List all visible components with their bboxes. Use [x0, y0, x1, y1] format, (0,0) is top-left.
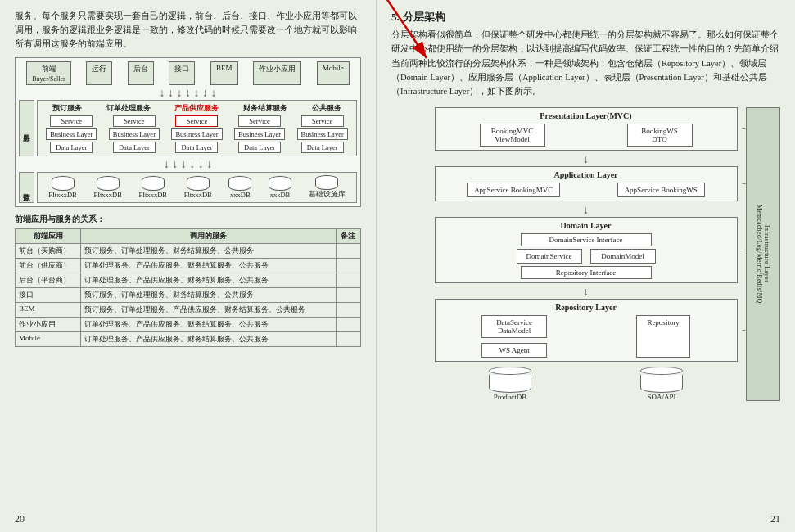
- application-title: Application Layer: [440, 170, 732, 179]
- table-row: BEM预订服务、订单处理服务、产品供应服务、财务结算服务、公共服务: [16, 303, 361, 318]
- db-layer: 数据库 FItxxxDB FItxxxDB FItxxxDB FltxxxDB: [19, 172, 357, 203]
- infra-layer-label: Infrastructure LayerMemcached/Log/Metric…: [746, 107, 780, 401]
- arrow-app-domain: ↓: [435, 205, 738, 216]
- db-cyl-2: [97, 176, 120, 191]
- table-row: Mobile订单处理服务、产品供应服务、财务结算服务、公共服务: [16, 332, 361, 347]
- section-title: 分层架构: [403, 10, 445, 25]
- service-items-row: Service Business Layer Data Layer Servic…: [40, 115, 354, 153]
- domain-service-box: DomainService: [517, 249, 582, 264]
- arrow-down-1: ↓ ↓ ↓ ↓ ↓ ↓ ↓: [19, 88, 357, 99]
- table-title: 前端应用与服务的关系：: [15, 214, 361, 225]
- db-cyl-6: [269, 176, 291, 191]
- table-cell-2-0: 后台（平台商）: [16, 273, 81, 288]
- fe-box-yun: 运行: [86, 61, 112, 85]
- th-frontend: 前端应用: [16, 229, 81, 244]
- table-cell-6-0: Mobile: [16, 332, 81, 347]
- product-db-body: [489, 375, 531, 393]
- db-bottom-row: ProductDB SOA/API: [435, 367, 738, 401]
- repository-box: Repository: [636, 315, 690, 358]
- domain-service-interface-box: DomainService Interface: [521, 233, 652, 246]
- svc-biz-5: Business Layer: [297, 128, 348, 140]
- service-label: 服务层: [19, 100, 34, 156]
- table-cell-0-2: [336, 244, 360, 259]
- svc-col-5: Service Business Layer Data Layer: [297, 115, 348, 153]
- svc-biz-2: Business Layer: [109, 128, 160, 140]
- db-cyl-4: [187, 176, 210, 191]
- svc-data-5: Data Layer: [301, 142, 344, 153]
- section-header: 5. 分层架构: [391, 10, 780, 25]
- right-page: 5. 分层架构 分层架构看似很简单，但保证整个研发中心都使用统一的分层架构就不容…: [377, 0, 795, 532]
- db-label-2: FItxxxDB: [93, 191, 121, 199]
- booking-mvc-box: BookingMVCViewModel: [480, 124, 545, 147]
- table-row: 作业小应用订单处理服务、产品供应服务、财务结算服务、公共服务: [16, 318, 361, 332]
- product-db-top: [489, 367, 531, 375]
- table-cell-4-1: 预订服务、订单处理服务、产品供应服务、财务结算服务、公共服务: [81, 303, 336, 318]
- data-service-box: DataServiceDataModel: [481, 315, 547, 338]
- booking-ws-box: BookingWSDTO: [627, 124, 693, 147]
- arrow-domain-repo: ↓: [435, 286, 738, 298]
- fe-box-mobile: Mobile: [317, 61, 350, 85]
- fe-box-ht: 后台: [128, 61, 154, 85]
- fe-box-buyer: 前端Buyer/Seller: [26, 61, 70, 85]
- svc-service-2: Service: [113, 115, 156, 127]
- right-page-number: 21: [770, 513, 780, 525]
- table-cell-1-0: 前台（供应商）: [16, 259, 81, 273]
- domain-title: Domain Layer: [440, 221, 732, 230]
- db-cyl-7: [315, 175, 338, 190]
- table-cell-6-1: 订单处理服务、产品供应服务、财务结算服务、公共服务: [81, 332, 336, 347]
- soa-label: SOA/API: [647, 393, 675, 401]
- db-cyl-1: [52, 176, 75, 191]
- table-row: 接口预订服务、订单处理服务、财务结算服务、公共服务: [16, 288, 361, 303]
- soa-api: SOA/API: [640, 367, 683, 401]
- fe-box-job: 作业小应用: [253, 61, 301, 85]
- table-cell-3-2: [336, 288, 360, 303]
- domain-model-box: DomainModel: [590, 249, 656, 264]
- repository-title: Repository Layer: [440, 303, 732, 312]
- th-note: 备注: [336, 229, 360, 244]
- db-cyl-3: [142, 176, 165, 191]
- db-label-3: FItxxxDB: [139, 191, 167, 199]
- table-cell-4-0: BEM: [16, 303, 81, 318]
- svc-data-3: Data Layer: [175, 142, 218, 153]
- domain-inner: DomainService Interface DomainService Do…: [440, 233, 732, 279]
- svc-data-2: Data Layer: [113, 142, 156, 153]
- svc-data-1: Data Layer: [50, 142, 93, 153]
- table-cell-1-1: 订单处理服务、产品供应服务、财务结算服务、公共服务: [81, 259, 336, 273]
- left-intro-text: 服务。每个服务只需要实现一套自己的逻辑，前台、后台、接口、作业小应用等都可以调用…: [15, 10, 361, 51]
- ws-agent-box: WS Agent: [481, 343, 547, 358]
- svc-biz-3: Business Layer: [171, 128, 222, 140]
- left-arch-diagram: 前端Buyer/Seller 运行 后台 接口 BEM 作业小应用 Mobile…: [15, 57, 361, 207]
- app-ws-box: AppService.BookingWS: [617, 183, 705, 197]
- repo-interface-box: Repository Interface: [521, 266, 652, 279]
- product-db: ProductDB: [489, 367, 531, 401]
- db-6: xxxDB: [269, 176, 291, 199]
- fe-box-jk: 接口: [169, 61, 195, 85]
- th-service: 调用的服务: [81, 229, 336, 244]
- svc-name-1: 预订服务: [52, 103, 82, 114]
- right-intro-text: 分层架构看似很简单，但保证整个研发中心都使用统一的分层架构就不容易了。那么如何保…: [391, 28, 780, 99]
- svc-service-3: Service: [175, 115, 218, 127]
- presentation-layer: Presentation Layer(MVC) BookingMVCViewMo…: [435, 107, 738, 151]
- service-layer: 服务层 预订服务 订单处理服务 产品供应服务 财务结算服务 公共服务 Servi…: [19, 100, 357, 156]
- svc-service-4: Service: [238, 115, 281, 127]
- svc-col-2: Service Business Layer Data Layer: [109, 115, 160, 153]
- svc-col-1: Service Business Layer Data Layer: [46, 115, 97, 153]
- db-row: FItxxxDB FItxxxDB FItxxxDB FltxxxDB xxxD…: [37, 172, 357, 203]
- repo-inner: DataServiceDataModel WS Agent Repository: [440, 315, 732, 358]
- table-cell-6-2: [336, 332, 360, 347]
- repository-layer: Repository Layer DataServiceDataModel WS…: [435, 299, 738, 362]
- table-cell-2-1: 订单处理服务、产品供应服务、财务结算服务、公共服务: [81, 273, 336, 288]
- table-cell-1-2: [336, 259, 360, 273]
- table-cell-0-1: 预订服务、订单处理服务、财务结算服务、公共服务: [81, 244, 336, 259]
- table-row: 前台（供应商）订单处理服务、产品供应服务、财务结算服务、公共服务: [16, 259, 361, 273]
- left-page: 服务。每个服务只需要实现一套自己的逻辑，前台、后台、接口、作业小应用等都可以调用…: [0, 0, 377, 532]
- relation-table: 前端应用 调用的服务 备注 前台（买购商）预订服务、订单处理服务、财务结算服务、…: [15, 228, 361, 347]
- table-cell-2-2: [336, 273, 360, 288]
- db-label: 数据库: [19, 172, 34, 203]
- presentation-title: Presentation Layer(MVC): [440, 111, 732, 120]
- presentation-inner: BookingMVCViewModel BookingWSDTO: [440, 124, 732, 147]
- db-cyl-5: [228, 176, 251, 191]
- left-page-number: 20: [15, 513, 25, 525]
- db-label-5: xxxDB: [230, 191, 251, 199]
- fe-box-bem: BEM: [210, 61, 238, 85]
